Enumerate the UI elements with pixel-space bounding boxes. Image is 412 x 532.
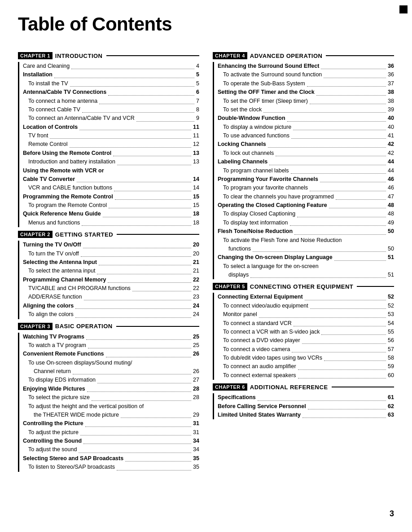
toc-entry: To dub/edit video tapes using two VCRs58 [218, 354, 394, 362]
toc-text: Changing the On-screen Display Language [218, 253, 333, 262]
toc-entry: Limited United States Warranty63 [218, 411, 394, 419]
toc-section-chapter1: Care and Cleaning4Installation5To instal… [18, 62, 199, 227]
toc-text: To connect an audio amplifier [223, 362, 296, 371]
toc-entry: TV front11 [23, 132, 199, 140]
toc-entry: To program the Remote Control15 [23, 201, 199, 210]
toc-dots [117, 463, 191, 470]
toc-entry: To connect a standard VCR54 [218, 319, 394, 328]
toc-dots [82, 106, 194, 113]
right-column: CHAPTER 4ADVANCED OPERATIONEnhancing the… [213, 48, 394, 474]
toc-dots [70, 140, 192, 147]
toc-page: 55 [388, 328, 394, 336]
toc-text: Programming Channel Memory [23, 276, 106, 284]
toc-dots [336, 193, 386, 200]
toc-text: To clear the channels you have programme… [223, 193, 334, 201]
toc-dots [298, 371, 386, 378]
toc-entry: To set the OFF timer (Sleep timer)38 [218, 97, 394, 106]
toc-dots [132, 284, 191, 291]
toc-entry: Installation5 [23, 70, 199, 79]
toc-text: VCR and CABLE function buttons [28, 184, 112, 192]
toc-section-chapter2: Turning the TV On/Off20To turn the TV on… [18, 241, 199, 319]
toc-text: Antenna/Cable TV Connections [23, 88, 106, 97]
toc-section-chapter6: Specifications61Before Calling Service P… [213, 393, 394, 419]
page-number: 3 [390, 509, 394, 519]
toc-entry: Location of Controls11 [23, 123, 199, 132]
toc-dots [50, 132, 191, 139]
toc-text: To display a window picture [223, 123, 291, 132]
toc-entry: Channel return26 [23, 367, 199, 376]
toc-dots [84, 293, 192, 300]
toc-entry: To lock out channels42 [218, 149, 394, 158]
toc-page: 50 [388, 245, 394, 253]
toc-entry: To connect a home antenna7 [23, 97, 199, 106]
toc-section-chapter3: Watching TV Programs25To watch a TV prog… [18, 333, 199, 472]
toc-text: To adjust the sound [28, 445, 77, 454]
toc-text: To use On-screen displays/Sound muting/ [28, 359, 132, 367]
toc-dots [108, 276, 191, 283]
toc-page: 14 [193, 184, 199, 192]
chapter-title-chapter5: CONNECTING OTHER EQUIPMENT [250, 283, 353, 290]
toc-entry: Antenna/Cable TV Connections6 [23, 88, 199, 97]
toc-dots [307, 79, 386, 87]
toc-page: 47 [388, 193, 394, 201]
toc-page: 25 [193, 341, 199, 350]
chapter-title-chapter4: ADVANCED OPERATION [250, 53, 323, 59]
toc-dots [292, 345, 386, 352]
toc-dots [54, 70, 194, 78]
toc-text: To connect video/audio equipment [223, 302, 308, 310]
chapter-line-chapter1 [106, 55, 199, 56]
toc-text: Channel return [34, 367, 71, 376]
toc-text: To set the clock [223, 106, 262, 114]
toc-entry: To connect video/audio equipment52 [218, 302, 394, 310]
toc-entry: To connect a VCR with an S-video jack55 [218, 328, 394, 336]
toc-page: 57 [388, 345, 394, 354]
toc-entry: To install the TV5 [23, 79, 199, 88]
toc-page: 21 [193, 258, 199, 267]
toc-dots [302, 411, 386, 418]
toc-text: To dub/edit video tapes using two VCRs [223, 354, 322, 362]
toc-dots [321, 328, 386, 335]
toc-page: 59 [388, 362, 394, 371]
toc-page: 35 [193, 463, 199, 471]
toc-page: 50 [388, 227, 394, 236]
toc-entry: Locking Channels42 [218, 140, 394, 149]
toc-page: 22 [193, 276, 199, 284]
toc-text: To program channel labels [223, 167, 289, 175]
toc-text: Care and Cleaning [23, 62, 70, 70]
toc-page: 24 [193, 302, 199, 310]
toc-entry: Changing the On-screen Display Language5… [218, 253, 394, 262]
toc-text: Cable TV Converter [23, 175, 75, 184]
toc-entry: Before Using the Remote Control13 [23, 149, 199, 158]
toc-entry: Controlling the Sound34 [23, 437, 199, 445]
toc-dots [324, 354, 386, 361]
toc-page: 13 [193, 149, 199, 158]
toc-dots [258, 393, 386, 400]
toc-page: 20 [193, 250, 199, 258]
toc-dots [113, 149, 191, 156]
toc-entry: Programming Your Favorite Channels46 [218, 175, 394, 184]
toc-text: displays [228, 271, 249, 279]
toc-text: Aligning the colors [23, 302, 74, 310]
toc-page: 40 [388, 123, 394, 132]
toc-entry: To select the picture size28 [23, 393, 199, 402]
toc-entry: Before Calling Service Personnel62 [218, 402, 394, 411]
toc-dots [293, 123, 386, 130]
toc-entry: To adjust the sound34 [23, 445, 199, 454]
toc-text: Installation [23, 70, 53, 79]
toc-text: To align the colors [28, 310, 74, 319]
toc-entry: To clear the channels you have programme… [218, 193, 394, 201]
toc-page: 24 [193, 310, 199, 319]
toc-dots [73, 367, 191, 374]
toc-page: 5 [196, 79, 199, 88]
toc-entry: To program your favorite channels46 [218, 184, 394, 192]
toc-entry: To display EDS information27 [23, 376, 199, 384]
toc-dots [86, 333, 191, 340]
toc-dots [269, 158, 386, 165]
toc-dots [80, 428, 191, 435]
toc-dots [253, 245, 386, 252]
toc-page: 54 [388, 319, 394, 328]
toc-text: Programming Your Favorite Channels [218, 175, 318, 184]
toc-page: 41 [388, 132, 394, 140]
toc-dots [316, 88, 386, 95]
toc-text: To connect a standard VCR [223, 319, 292, 328]
